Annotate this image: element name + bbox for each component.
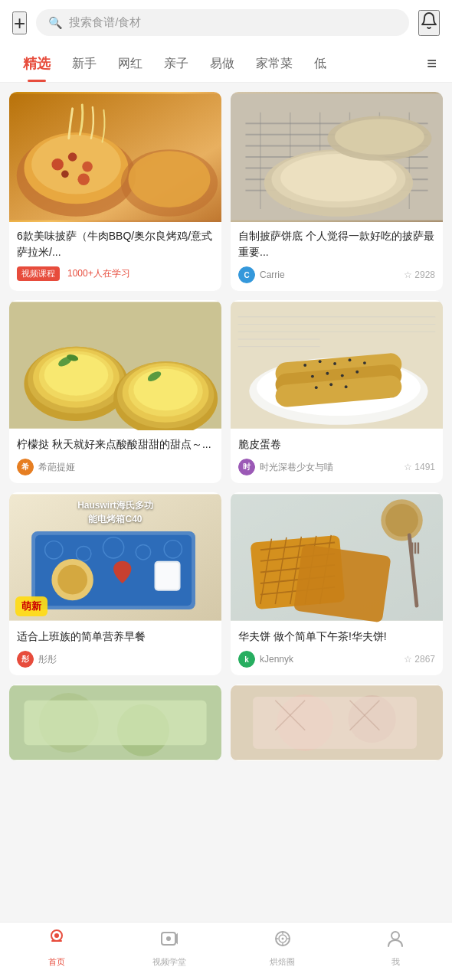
home-icon <box>47 929 67 953</box>
author-name: 彤彤 <box>38 653 214 666</box>
svg-point-63 <box>326 372 329 375</box>
card-meta: 视频课程 1000+人在学习 <box>17 266 214 281</box>
main-content: 6款美味披萨（牛肉BBQ/奥尔良烤鸡/意式萨拉米/... 视频课程 1000+人… <box>0 83 452 831</box>
svg-point-59 <box>333 362 336 365</box>
star-icon: ☆ <box>404 462 412 472</box>
tab-beginner[interactable]: 新手 <box>61 47 107 81</box>
card-title: 适合上班族的简单营养早餐 <box>17 629 214 645</box>
svg-point-57 <box>303 364 306 367</box>
card-meta: C Carrie ☆ 2928 <box>238 266 435 283</box>
card-meta: 时 时光深巷少女与喵 ☆ 1491 <box>238 459 435 475</box>
recipe-image: Hauswirt海氏多功能电烤箱C40 萌新 <box>9 492 221 622</box>
svg-point-3 <box>31 135 121 194</box>
card-title: 华夫饼 做个简单下午茶!华夫饼! <box>238 629 435 645</box>
bottom-navigation: 首页 视频学堂 烘焙圈 <box>0 922 452 980</box>
svg-point-60 <box>349 358 352 361</box>
svg-point-64 <box>341 374 344 377</box>
card-meta: k kJennyk ☆ 2867 <box>238 651 435 668</box>
star-count: ☆ 2928 <box>404 270 435 280</box>
author-name: Carrie <box>260 270 399 280</box>
author-name: 时光深巷少女与喵 <box>260 461 399 474</box>
recipe-card-partial[interactable] <box>9 684 221 761</box>
header: + 🔍 搜索食谱/食材 <box>0 0 452 45</box>
recipe-card[interactable]: 柠檬挞 秋天就好来点酸酸甜甜的甜点～... 希 希葩提娅 <box>9 300 221 483</box>
baking-icon <box>273 929 293 953</box>
svg-point-43 <box>133 369 198 410</box>
overlay-top-text: Hauswirt海氏多功能电烤箱C40 <box>9 498 221 526</box>
svg-point-29 <box>335 119 424 155</box>
tab-popular[interactable]: 网红 <box>107 47 153 81</box>
nav-me[interactable]: 我 <box>339 929 453 968</box>
svg-point-78 <box>57 565 87 595</box>
recipe-card[interactable]: 自制披萨饼底 个人觉得一款好吃的披萨最重要... C Carrie ☆ 2928 <box>231 92 443 291</box>
card-meta: 希 希葩提娅 <box>17 459 214 475</box>
tab-family[interactable]: 亲子 <box>153 47 199 81</box>
overlay-badge: 萌新 <box>15 596 47 616</box>
nav-baking[interactable]: 烘焙圈 <box>226 929 339 968</box>
svg-point-5 <box>68 152 77 162</box>
more-menu-button[interactable]: ≡ <box>424 47 440 80</box>
author-avatar: 时 <box>238 459 255 475</box>
card-meta: 彤 彤彤 <box>17 651 214 668</box>
star-count: ☆ 2867 <box>404 654 435 665</box>
svg-point-65 <box>355 371 359 374</box>
tab-easy[interactable]: 易做 <box>199 47 245 81</box>
recipe-card[interactable]: 6款美味披萨（牛肉BBQ/奥尔良烤鸡/意式萨拉米/... 视频课程 1000+人… <box>9 92 221 291</box>
add-button[interactable]: + <box>12 11 27 34</box>
star-icon: ☆ <box>404 270 412 280</box>
svg-rect-116 <box>51 940 62 942</box>
author-name: 希葩提娅 <box>38 461 214 474</box>
author-avatar: C <box>238 266 255 283</box>
nav-home[interactable]: 首页 <box>0 929 113 968</box>
svg-point-119 <box>166 936 171 941</box>
nav-video-label: 视频学堂 <box>152 956 186 968</box>
nav-tabs: 精选 新手 网红 亲子 易做 家常菜 低 ≡ <box>0 45 452 83</box>
svg-point-10 <box>129 151 211 207</box>
author-avatar: 希 <box>17 459 34 475</box>
recipe-image <box>231 92 443 222</box>
svg-point-7 <box>61 170 69 178</box>
tab-homestyle[interactable]: 家常菜 <box>245 47 303 81</box>
me-icon <box>385 929 405 953</box>
card-title: 自制披萨饼底 个人觉得一款好吃的披萨最重要... <box>238 228 435 260</box>
learner-badge: 1000+人在学习 <box>67 267 130 280</box>
svg-point-67 <box>329 383 332 386</box>
recipe-image <box>231 300 443 430</box>
recipe-image <box>9 300 221 430</box>
star-count: ☆ 1491 <box>404 462 435 472</box>
svg-rect-80 <box>156 563 179 590</box>
svg-point-61 <box>363 361 366 364</box>
svg-point-122 <box>281 938 283 940</box>
svg-point-58 <box>319 360 322 363</box>
search-bar[interactable]: 🔍 搜索食谱/食材 <box>36 9 409 36</box>
recipe-card[interactable]: Hauswirt海氏多功能电烤箱C40 萌新 适合上班族的简单营养早餐 彤 彤彤 <box>9 492 221 675</box>
search-icon: 🔍 <box>48 16 63 30</box>
video-badge: 视频课程 <box>17 266 60 281</box>
nav-video[interactable]: 视频学堂 <box>113 929 227 968</box>
svg-rect-100 <box>293 544 391 622</box>
tab-low[interactable]: 低 <box>303 47 337 81</box>
svg-rect-105 <box>24 701 206 745</box>
notification-button[interactable] <box>418 10 440 36</box>
nav-baking-label: 烘焙圈 <box>270 956 295 968</box>
recipe-card[interactable]: 华夫饼 做个简单下午茶!华夫饼! k kJennyk ☆ 2867 <box>231 492 443 675</box>
recipe-image <box>231 492 443 622</box>
svg-point-4 <box>51 158 64 171</box>
recipe-card[interactable]: 脆皮蛋卷 时 时光深巷少女与喵 ☆ 1491 <box>231 300 443 483</box>
video-icon <box>159 929 179 953</box>
star-icon: ☆ <box>404 654 412 665</box>
partial-recipe-row <box>9 684 443 761</box>
author-name: kJennyk <box>260 654 399 665</box>
card-title: 柠檬挞 秋天就好来点酸酸甜甜的甜点～... <box>17 436 214 452</box>
svg-point-6 <box>82 162 93 172</box>
svg-point-117 <box>54 933 59 938</box>
recipe-image <box>9 92 221 222</box>
svg-point-84 <box>385 504 418 537</box>
recipe-card-partial[interactable] <box>231 684 443 761</box>
svg-point-68 <box>345 385 348 388</box>
search-placeholder: 搜索食谱/食材 <box>69 15 141 30</box>
svg-point-8 <box>77 173 90 185</box>
recipe-grid: 6款美味披萨（牛肉BBQ/奥尔良烤鸡/意式萨拉米/... 视频课程 1000+人… <box>9 92 443 675</box>
tab-featured[interactable]: 精选 <box>12 45 61 82</box>
author-avatar: 彤 <box>17 651 34 668</box>
